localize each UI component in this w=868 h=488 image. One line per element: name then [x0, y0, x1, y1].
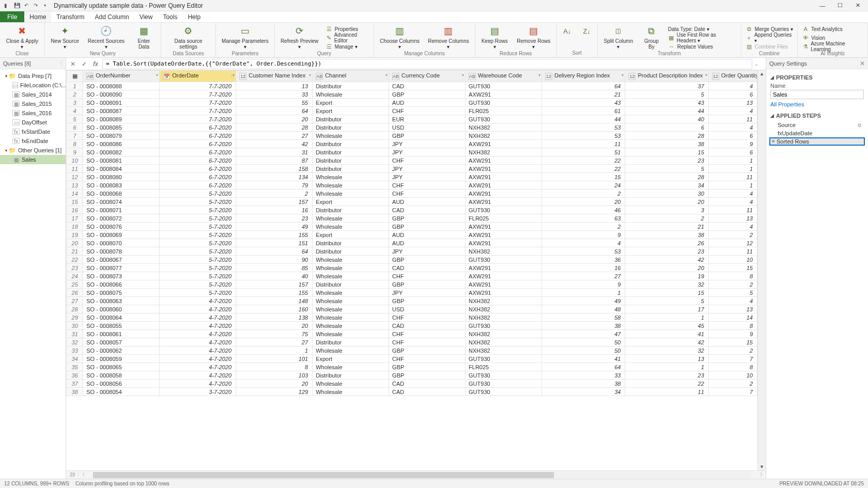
cell-currency[interactable]: GBP [389, 297, 466, 305]
cell-currency[interactable]: CAD [389, 82, 466, 90]
cell-warehouse[interactable]: AXW291 [466, 280, 542, 289]
cell-customer-index[interactable]: 134 [236, 173, 313, 181]
cell-customer-index[interactable]: 1 [236, 347, 313, 355]
tab-help[interactable]: Help [182, 11, 206, 22]
cell-ordernumber[interactable]: SO - 0008071 [83, 206, 160, 214]
cell-channel[interactable]: Export [313, 231, 389, 239]
cell-warehouse[interactable]: NXH382 [466, 123, 542, 132]
col-header-channel[interactable]: ABChannel▾ [313, 71, 389, 82]
filter-icon[interactable]: ▾ [385, 73, 388, 77]
cell-currency[interactable]: GBP [389, 371, 466, 380]
cell-region-index[interactable]: 24 [542, 181, 625, 190]
table-row[interactable]: 30SO - 00080554-7-202020WholesaleCADGUT9… [67, 322, 757, 330]
cell-channel[interactable]: Distributor [313, 280, 389, 289]
cell-orderdate[interactable]: 7-7-2020 [160, 99, 236, 107]
cell-ordernumber[interactable]: SO - 0008072 [83, 214, 160, 223]
cell-orderdate[interactable]: 5-7-2020 [160, 206, 236, 214]
filter-icon[interactable]: ▾ [156, 73, 158, 77]
cell-ordernumber[interactable]: SO - 0008082 [83, 148, 160, 156]
cell-product-index[interactable]: 30 [625, 190, 708, 198]
cell-region-index[interactable]: 4 [542, 239, 625, 247]
cell-channel[interactable]: Wholesale [313, 190, 389, 198]
table-row[interactable]: 32SO - 00080574-7-202027DistributorCHFNX… [67, 338, 757, 347]
cell-orderdate[interactable]: 5-7-2020 [160, 231, 236, 239]
cell-warehouse[interactable]: AXW291 [466, 264, 542, 272]
cell-orderdate[interactable]: 7-7-2020 [160, 82, 236, 90]
cell-warehouse[interactable]: GUT930 [466, 322, 542, 330]
tab-view[interactable]: View [134, 11, 158, 22]
cell-warehouse[interactable]: AXW291 [466, 231, 542, 239]
row-number[interactable]: 2 [67, 90, 83, 99]
cell-order-qty[interactable]: 10 [708, 256, 757, 264]
delete-step-icon[interactable]: ✕ [771, 139, 776, 144]
cell-region-index[interactable]: 15 [542, 173, 625, 181]
cell-product-index[interactable]: 5 [625, 90, 708, 99]
cell-channel[interactable]: Wholesale [313, 330, 389, 338]
col-header-order-qty[interactable]: 12Order Quantity▾ [708, 71, 757, 82]
table-row[interactable]: 10SO - 00080816-7-202087DistributorCHFAX… [67, 156, 757, 165]
cell-region-index[interactable]: 36 [542, 256, 625, 264]
table-row[interactable]: 29SO - 00080644-7-2020138WholesaleCHFNXH… [67, 313, 757, 322]
cell-orderdate[interactable]: 6-7-2020 [160, 148, 236, 156]
step-source[interactable]: Source⚙ [770, 121, 864, 129]
cell-order-qty[interactable]: 2 [708, 280, 757, 289]
cell-order-qty[interactable]: 11 [708, 247, 757, 256]
row-number[interactable]: 1 [67, 82, 83, 90]
cell-product-index[interactable]: 20 [625, 198, 708, 206]
cell-orderdate[interactable]: 5-7-2020 [160, 264, 236, 272]
cell-ordernumber[interactable]: SO - 0008058 [83, 371, 160, 380]
cell-warehouse[interactable]: GUT930 [466, 388, 542, 396]
cell-currency[interactable]: CAD [389, 322, 466, 330]
cell-currency[interactable]: CAD [389, 264, 466, 272]
cell-orderdate[interactable]: 6-7-2020 [160, 181, 236, 190]
cell-currency[interactable]: GBP [389, 256, 466, 264]
cell-customer-index[interactable]: 87 [236, 156, 313, 165]
cell-product-index[interactable]: 41 [625, 330, 708, 338]
cell-product-index[interactable]: 45 [625, 322, 708, 330]
all-properties-link[interactable]: All Properties [770, 101, 864, 107]
cell-currency[interactable]: JPY [389, 247, 466, 256]
cell-warehouse[interactable]: AXW291 [466, 156, 542, 165]
table-row[interactable]: 34SO - 00080594-7-2020101ExportCHFGUT930… [67, 355, 757, 363]
cell-orderdate[interactable]: 4-7-2020 [160, 322, 236, 330]
replace-values-button[interactable]: ↔Replace Values [667, 42, 738, 51]
table-row[interactable]: 14SO - 00080685-7-20202WholesaleCHFAXW29… [67, 190, 757, 198]
cell-order-qty[interactable]: 4 [708, 223, 757, 231]
cell-ordernumber[interactable]: SO - 0008068 [83, 190, 160, 198]
row-number[interactable]: 5 [67, 115, 83, 123]
group-by-button[interactable]: ⧉Group By [639, 24, 664, 51]
cell-currency[interactable]: CHF [389, 313, 466, 322]
cell-ordernumber[interactable]: SO - 0008084 [83, 165, 160, 173]
azure-ml-button[interactable]: ⚗Azure Machine Learning [801, 42, 864, 51]
cell-customer-index[interactable]: 42 [236, 140, 313, 148]
cell-region-index[interactable]: 2 [542, 190, 625, 198]
cell-ordernumber[interactable]: SO - 0008059 [83, 355, 160, 363]
cell-product-index[interactable]: 5 [625, 165, 708, 173]
recent-sources-button[interactable]: 🕘Recent Sources ▾ [85, 24, 128, 51]
cell-region-index[interactable]: 9 [542, 280, 625, 289]
table-row[interactable]: 31SO - 00080614-7-202075WholesaleCHFNXH3… [67, 330, 757, 338]
cell-orderdate[interactable]: 5-7-2020 [160, 190, 236, 198]
cell-product-index[interactable]: 42 [625, 256, 708, 264]
cell-ordernumber[interactable]: SO - 0008073 [83, 272, 160, 280]
cell-product-index[interactable]: 23 [625, 371, 708, 380]
row-number[interactable]: 16 [67, 206, 83, 214]
cell-customer-index[interactable]: 16 [236, 206, 313, 214]
row-number[interactable]: 10 [67, 156, 83, 165]
cell-warehouse[interactable]: FLR025 [466, 107, 542, 115]
cell-ordernumber[interactable]: SO - 0008054 [83, 388, 160, 396]
row-number[interactable]: 19 [67, 231, 83, 239]
row-number[interactable]: 25 [67, 280, 83, 289]
row-number[interactable]: 15 [67, 198, 83, 206]
cell-order-qty[interactable]: 7 [708, 355, 757, 363]
cell-ordernumber[interactable]: SO - 0008077 [83, 264, 160, 272]
cell-product-index[interactable]: 15 [625, 148, 708, 156]
cell-channel[interactable]: Wholesale [313, 305, 389, 313]
cell-channel[interactable]: Distributor [313, 165, 389, 173]
cell-channel[interactable]: Distributor [313, 338, 389, 347]
scroll-down-icon[interactable]: ▼ [760, 463, 764, 470]
cell-channel[interactable]: Wholesale [313, 264, 389, 272]
row-number[interactable]: 7 [67, 132, 83, 140]
cell-ordernumber[interactable]: SO - 0008066 [83, 280, 160, 289]
cell-order-qty[interactable]: 1 [708, 165, 757, 173]
